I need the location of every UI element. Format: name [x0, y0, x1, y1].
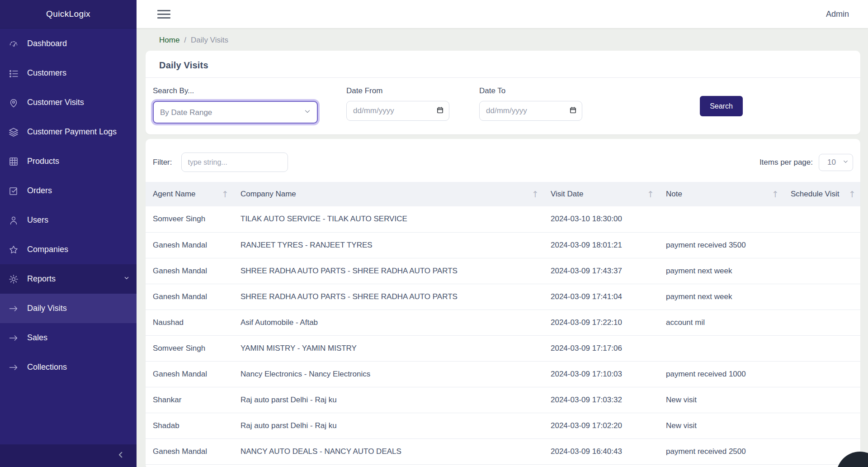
search-by-select-wrap: By Date Range: [153, 101, 318, 124]
cell-schedule-visit: [783, 284, 860, 310]
cell-company-name: Raj auto parst Delhi - Raj ku: [233, 413, 543, 438]
sort-ascending-icon[interactable]: ↑: [849, 189, 856, 199]
sort-ascending-icon[interactable]: ↑: [532, 189, 539, 199]
sidebar-item-reports[interactable]: Reports: [0, 264, 137, 294]
date-from-group: Date From: [346, 86, 449, 121]
search-form: Search By... By Date Range Date From: [153, 86, 853, 124]
column-header-agent-name[interactable]: Agent Name↑: [146, 182, 233, 206]
table-row: Ganesh Mandal SHREE RADHA AUTO PARTS - S…: [146, 284, 860, 310]
sidebar-item-collections[interactable]: Collections: [0, 353, 137, 382]
user-menu[interactable]: Admin: [826, 10, 849, 19]
page-title: Daily Visits: [159, 60, 853, 71]
table-row: Ganesh Mandal SHREE RADHA AUTO PARTS - S…: [146, 258, 860, 284]
cell-company-name: TILAK AUTO SERVICE - TILAK AUTO SERVICE: [233, 206, 543, 232]
table-row: Shadab Raj auto parst Delhi - Raj ku 202…: [146, 413, 860, 438]
sidebar-item-label: Dashboard: [27, 39, 67, 48]
sidebar-item-sales[interactable]: Sales: [0, 323, 137, 353]
sidebar-item-daily-visits[interactable]: Daily Visits: [0, 294, 137, 323]
cell-visit-date: 2024-03-09 17:03:32: [543, 387, 659, 413]
star-icon: [8, 244, 19, 256]
breadcrumb-home-link[interactable]: Home: [159, 36, 179, 45]
cell-schedule-visit: [783, 361, 860, 387]
sidebar-item-users[interactable]: Users: [0, 205, 137, 235]
items-per-page: Items per page: 10: [760, 154, 853, 171]
column-header-note[interactable]: Note↑: [659, 182, 783, 206]
cell-note: [659, 206, 783, 232]
cell-visit-date: 2024-03-09 16:40:43: [543, 438, 659, 464]
breadcrumb-current: Daily Visits: [191, 36, 228, 45]
filter-input[interactable]: [181, 152, 288, 172]
cell-agent-name: Ganesh Mandal: [146, 361, 233, 387]
sidebar-item-customers[interactable]: Customers: [0, 58, 137, 88]
collapse-sidebar-button[interactable]: [117, 450, 125, 461]
sort-ascending-icon[interactable]: ↑: [772, 189, 779, 199]
filter-label: Filter:: [153, 158, 172, 167]
cell-note: payment received 1000: [659, 361, 783, 387]
items-per-page-select-wrap: 10: [819, 154, 853, 171]
table-row: Naushad Asif Automobile - Aftab 2024-03-…: [146, 310, 860, 335]
gauge-icon: [8, 38, 19, 50]
sidebar-item-companies[interactable]: Companies: [0, 235, 137, 264]
filter-bar: Filter: Items per page: 10: [146, 139, 860, 182]
items-per-page-select[interactable]: 10: [819, 154, 853, 171]
app-root: QuickLogix Dashboard Customers Customer …: [0, 0, 868, 467]
cell-company-name: Asif Automobile - Aftab: [233, 310, 543, 335]
sidebar-item-label: Orders: [27, 186, 52, 195]
search-by-select[interactable]: By Date Range: [153, 101, 318, 124]
cell-company-name: NANCY AUTO DEALS - NANCY AUTO DEALS: [233, 438, 543, 464]
sidebar-item-label: Products: [27, 157, 59, 166]
date-from-input[interactable]: [346, 101, 449, 121]
cell-company-name: Nancy Electronics - Nancy Electronics: [233, 361, 543, 387]
cell-company-name: YAMIN MISTRY - YAMIN MISTRY: [233, 335, 543, 361]
sort-ascending-icon[interactable]: ↑: [222, 189, 229, 199]
sidebar-item-products[interactable]: Products: [0, 147, 137, 176]
cell-note: payment received 2500: [659, 438, 783, 464]
cell-company-name: SHREE RADHA AUTO PARTS - SHREE RADHA AUT…: [233, 284, 543, 310]
sidebar-footer: [0, 444, 137, 467]
cell-company-name: Raj auto parst Delhi - Raj ku: [233, 387, 543, 413]
table-row: Ganesh Mandal Nancy Electronics - Nancy …: [146, 361, 860, 387]
chevron-down-icon: [123, 274, 130, 284]
user-icon: [8, 214, 19, 226]
sidebar-item-label: Daily Visits: [27, 304, 67, 313]
cell-agent-name: Ganesh Mandal: [146, 284, 233, 310]
sidebar-item-customer-visits[interactable]: Customer Visits: [0, 88, 137, 117]
breadcrumb: Home / Daily Visits: [146, 28, 860, 51]
cell-note: payment next week: [659, 284, 783, 310]
column-header-schedule-visit[interactable]: Schedule Visit↑: [783, 182, 860, 206]
sidebar-item-orders[interactable]: Orders: [0, 176, 137, 205]
cell-visit-date: 2024-03-09 17:41:04: [543, 284, 659, 310]
sidebar-item-dashboard[interactable]: Dashboard: [0, 29, 137, 58]
cell-note: payment next week: [659, 258, 783, 284]
table-row: Somveer Singh YAMIN MISTRY - YAMIN MISTR…: [146, 335, 860, 361]
hamburger-icon: [157, 10, 170, 11]
sidebar-item-label: Customer Payment Logs: [27, 127, 117, 137]
cell-note: [659, 335, 783, 361]
cell-agent-name: Ganesh Mandal: [146, 232, 233, 258]
cell-schedule-visit: [783, 258, 860, 284]
sidebar-item-customer-payment-logs[interactable]: Customer Payment Logs: [0, 117, 137, 147]
column-header-company-name[interactable]: Company Name↑: [233, 182, 543, 206]
cell-agent-name: Shankar: [146, 387, 233, 413]
column-header-visit-date[interactable]: Visit Date↑: [543, 182, 659, 206]
date-from-wrap: [346, 101, 449, 121]
search-button[interactable]: Search: [700, 96, 743, 116]
search-panel: Daily Visits Search By... By Date Range: [146, 51, 860, 134]
hamburger-menu-button[interactable]: [157, 8, 170, 20]
chevron-left-icon: [117, 450, 125, 459]
cell-agent-name: Shadab: [146, 413, 233, 438]
sidebar-item-label: Reports: [27, 274, 56, 284]
sidebar-item-label: Sales: [27, 333, 47, 343]
check-square-icon: [8, 185, 19, 197]
table-panel: Filter: Items per page: 10: [146, 139, 860, 467]
list-icon: [8, 67, 19, 79]
map-pin-icon: [8, 97, 19, 109]
cell-schedule-visit: [783, 387, 860, 413]
table-header: Agent Name↑ Company Name↑ Visit Date↑ No…: [146, 182, 860, 206]
sort-ascending-icon[interactable]: ↑: [647, 189, 654, 199]
cell-agent-name: Naushad: [146, 310, 233, 335]
cell-schedule-visit: [783, 310, 860, 335]
table-row: Ganesh Mandal NANCY AUTO DEALS - NANCY A…: [146, 438, 860, 464]
date-to-wrap: [479, 101, 582, 121]
date-to-input[interactable]: [479, 101, 582, 121]
